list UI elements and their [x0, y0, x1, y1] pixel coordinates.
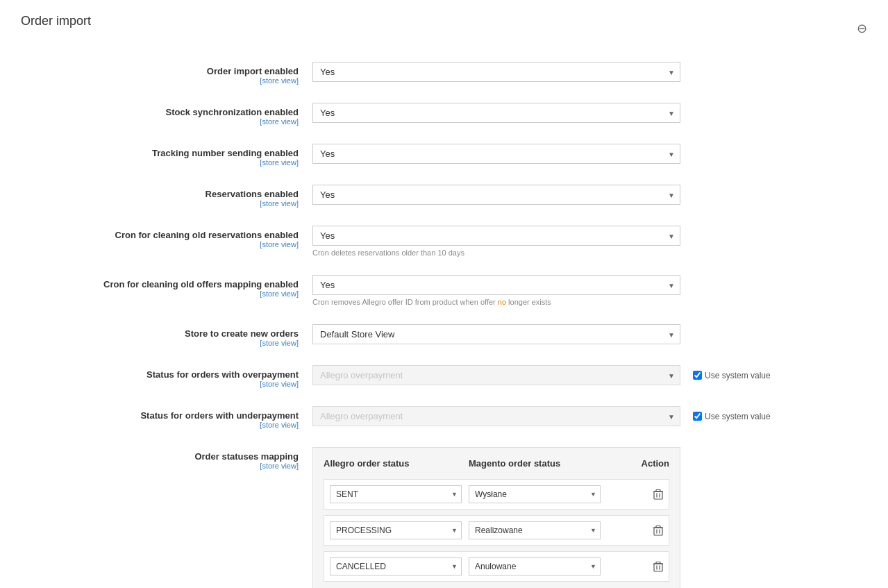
select-store_new_orders[interactable]: Default Store View — [312, 324, 680, 344]
hint-highlight: no — [498, 298, 506, 306]
trash-icon — [653, 489, 663, 500]
label-cron_cleaning_reservations: Cron for cleaning old reservations enabl… — [21, 230, 299, 240]
sublabel-reservations_enabled: [store view] — [21, 199, 299, 208]
svg-rect-0 — [654, 492, 662, 499]
hint-cron_cleaning_reservations: Cron deletes reservations older than 10 … — [312, 249, 867, 257]
select-cron_cleaning_reservations[interactable]: YesNo — [312, 226, 680, 246]
select-tracking_number_sending[interactable]: YesNo — [312, 144, 680, 164]
allegro-status-select-1[interactable]: SENTPROCESSINGCANCELLED — [330, 521, 462, 539]
form-row-reservations_enabled: Reservations enabled[store view]YesNo▼ — [21, 179, 867, 213]
table-row: SENTPROCESSINGCANCELLED▼WysłaneRealizowa… — [324, 479, 669, 510]
trash-icon — [653, 525, 663, 536]
form-row-stock_sync_enabled: Stock synchronization enabled[store view… — [21, 97, 867, 131]
system-value-text-status_underpayment: Use system value — [705, 412, 771, 421]
collapse-button[interactable]: ⊖ — [857, 22, 867, 35]
delete-row-button-2[interactable] — [608, 561, 663, 572]
allegro-status-select-0[interactable]: SENTPROCESSINGCANCELLED — [330, 485, 462, 503]
sublabel-cron_cleaning_reservations: [store view] — [21, 240, 299, 249]
magento-status-select-1[interactable]: WysłaneRealizowaneAnulowane — [469, 521, 601, 539]
sublabel-stock_sync_enabled: [store view] — [21, 117, 299, 126]
label-order_import_enabled: Order import enabled — [21, 66, 299, 76]
label-store_new_orders: Store to create new orders — [21, 328, 299, 339]
mapping-container: Allegro order status Magento order statu… — [312, 447, 680, 588]
form-row-store_new_orders: Store to create new orders[store view]De… — [21, 319, 867, 353]
sublabel-status_underpayment: [store view] — [21, 421, 299, 429]
label-reservations_enabled: Reservations enabled — [21, 189, 299, 199]
hint-cron_cleaning_offers: Cron removes Allegro offer ID from produ… — [312, 298, 867, 306]
select-reservations_enabled[interactable]: YesNo — [312, 185, 680, 205]
svg-rect-5 — [654, 528, 662, 535]
mapping-label: Order statuses mapping — [21, 451, 299, 462]
form-row-cron_cleaning_reservations: Cron for cleaning old reservations enabl… — [21, 220, 867, 262]
page-title: Order import — [21, 14, 91, 28]
label-status_overpayment: Status for orders with overpayment — [21, 369, 299, 380]
system-value-label-status_underpayment[interactable]: Use system value — [693, 412, 771, 421]
system-value-label-status_overpayment[interactable]: Use system value — [693, 371, 771, 380]
select-stock_sync_enabled[interactable]: YesNo — [312, 103, 680, 123]
mapping-header-action: Action — [614, 458, 669, 469]
label-cron_cleaning_offers: Cron for cleaning old offers mapping ena… — [21, 279, 299, 289]
magento-status-select-2[interactable]: WysłaneRealizowaneAnulowane — [469, 557, 601, 576]
select-status_underpayment: Allegro overpayment — [312, 406, 680, 426]
select-cron_cleaning_offers[interactable]: YesNo — [312, 275, 680, 295]
sublabel-store_new_orders: [store view] — [21, 339, 299, 347]
mapping-sublabel: [store view] — [21, 462, 299, 470]
system-value-checkbox-status_overpayment[interactable] — [693, 371, 702, 380]
delete-row-button-0[interactable] — [608, 489, 663, 500]
form-row-cron_cleaning_offers: Cron for cleaning old offers mapping ena… — [21, 269, 867, 312]
allegro-status-select-2[interactable]: SENTPROCESSINGCANCELLED — [330, 557, 462, 576]
sublabel-order_import_enabled: [store view] — [21, 76, 299, 85]
form-row-status_underpayment: Status for orders with underpayment[stor… — [21, 401, 867, 435]
table-row: SENTPROCESSINGCANCELLED▼WysłaneRealizowa… — [324, 515, 669, 546]
sublabel-tracking_number_sending: [store view] — [21, 158, 299, 167]
mapping-header-magento: Magento order status — [469, 458, 607, 469]
system-value-text-status_overpayment: Use system value — [705, 371, 771, 380]
mapping-header-allegro: Allegro order status — [324, 458, 462, 469]
delete-row-button-1[interactable] — [608, 525, 663, 536]
mapping-header: Allegro order status Magento order statu… — [324, 458, 669, 472]
select-order_import_enabled[interactable]: YesNo — [312, 62, 680, 82]
label-tracking_number_sending: Tracking number sending enabled — [21, 148, 299, 158]
trash-icon — [653, 561, 663, 572]
select-status_overpayment: Allegro overpayment — [312, 365, 680, 385]
label-status_underpayment: Status for orders with underpayment — [21, 410, 299, 421]
form-row-status_overpayment: Status for orders with overpayment[store… — [21, 360, 867, 394]
svg-rect-10 — [654, 564, 662, 571]
form-row-order_import_enabled: Order import enabled[store view]YesNo▼ — [21, 56, 867, 90]
form-row-tracking_number_sending: Tracking number sending enabled[store vi… — [21, 138, 867, 172]
system-value-checkbox-status_underpayment[interactable] — [693, 412, 702, 421]
magento-status-select-0[interactable]: WysłaneRealizowaneAnulowane — [469, 485, 601, 503]
sublabel-cron_cleaning_offers: [store view] — [21, 289, 299, 298]
label-stock_sync_enabled: Stock synchronization enabled — [21, 107, 299, 117]
table-row: SENTPROCESSINGCANCELLED▼WysłaneRealizowa… — [324, 551, 669, 582]
sublabel-status_overpayment: [store view] — [21, 380, 299, 388]
